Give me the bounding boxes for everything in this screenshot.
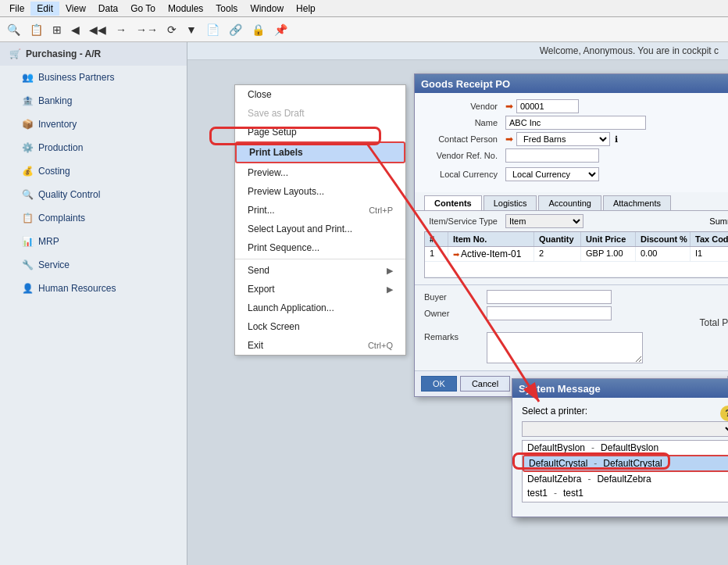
currency-select[interactable]: Local Currency (505, 167, 599, 181)
tab-logistics[interactable]: Logistics (484, 195, 537, 210)
menu-item-save-draft[interactable]: Save as Draft (235, 104, 405, 123)
table-row[interactable]: 1 ➡ Active-Item-01 2 GBP 1.00 0.00 I1 GB… (425, 247, 728, 262)
vendor-input[interactable] (516, 99, 579, 113)
separator-1 (235, 259, 405, 259)
item-service-label: Item/Service Type (424, 216, 502, 226)
contact-select[interactable]: Fred Barns (516, 132, 610, 146)
mrp-icon: 📊 (22, 236, 34, 247)
toolbar-btn-11[interactable]: 🔗 (225, 21, 246, 38)
printer-option-defaultbyslon[interactable]: DefaultByslon - DefaultByslon (523, 441, 728, 455)
launch-label: Launch Application... (248, 302, 334, 313)
tab-attachments[interactable]: Attachments (603, 195, 671, 210)
name-label: Name (424, 118, 502, 127)
remarks-row: Remarks (424, 332, 728, 363)
sidebar-item-production[interactable]: ⚙️ Production (0, 136, 187, 159)
printer-name-4: test1 (527, 488, 548, 499)
menu-help[interactable]: Help (290, 2, 322, 16)
toolbar-btn-2[interactable]: 📋 (26, 21, 47, 38)
menu-item-select-layout[interactable]: Select Layout and Print... (235, 220, 405, 238)
sidebar-purchasing-label: Purchasing - A/R (26, 48, 101, 59)
contact-label: Contact Person (424, 134, 502, 144)
costing-icon: 💰 (22, 166, 34, 177)
menu-item-export[interactable]: Export ▶ (235, 280, 405, 299)
menu-item-lock[interactable]: Lock Screen (235, 317, 405, 336)
sidebar-item-service[interactable]: 🔧 Service (0, 253, 187, 277)
help-icon[interactable]: ? (720, 406, 728, 421)
menu-modules[interactable]: Modules (162, 2, 209, 16)
sidebar-item-quality-control[interactable]: 🔍 Quality Control (0, 183, 187, 206)
hr-icon: 👤 (22, 283, 34, 294)
inventory-icon: 📦 (22, 119, 34, 130)
preview-label: Preview... (248, 167, 288, 178)
production-icon: ⚙️ (22, 142, 34, 153)
menu-item-print[interactable]: Print... Ctrl+P (235, 201, 405, 220)
contact-info-icon[interactable]: ℹ (615, 134, 618, 145)
sidebar-item-inventory[interactable]: 📦 Inventory (0, 113, 187, 136)
toolbar-btn-7[interactable]: →→ (132, 21, 162, 38)
sidebar-item-complaints[interactable]: 📋 Complaints (0, 206, 187, 230)
menu-item-close[interactable]: Close (235, 85, 405, 104)
dialog-title: System Message (519, 383, 601, 395)
printer-dropdown[interactable] (522, 421, 728, 437)
menu-view[interactable]: View (59, 2, 92, 16)
toolbar-btn-10[interactable]: 📄 (202, 21, 223, 38)
toolbar-btn-4[interactable]: ◀ (67, 21, 84, 38)
item-type-select[interactable]: Item (505, 214, 583, 228)
cell-item: ➡ Active-Item-01 (448, 247, 534, 261)
tab-contents[interactable]: Contents (424, 195, 482, 210)
menu-item-launch[interactable]: Launch Application... (235, 299, 405, 317)
menu-item-preview[interactable]: Preview... (235, 163, 405, 182)
printer-option-defaultcrystal[interactable]: DefaultCrystal - DefaultCrystal (523, 455, 728, 472)
printer-option-test1[interactable]: test1 - test1 (523, 486, 728, 500)
vendor-ref-input[interactable] (505, 148, 599, 163)
lock-label: Lock Screen (248, 321, 300, 332)
purchasing-icon: 🛒 (9, 48, 21, 59)
menu-item-exit[interactable]: Exit Ctrl+Q (235, 336, 405, 355)
sidebar-item-costing[interactable]: 💰 Costing (0, 159, 187, 183)
toolbar-btn-3[interactable]: ⊞ (48, 21, 66, 38)
owner-input[interactable] (487, 306, 612, 320)
name-input[interactable] (505, 116, 646, 130)
toolbar-btn-5[interactable]: ◀◀ (85, 21, 110, 38)
printer-option-defaultzebra[interactable]: DefaultZebra - DefaultZebra (523, 472, 728, 486)
toolbar-btn-12[interactable]: 🔒 (248, 21, 269, 38)
item-service-row: Item/Service Type Item Summary Type No S… (424, 214, 728, 228)
menu-data[interactable]: Data (92, 2, 124, 16)
menu-goto[interactable]: Go To (124, 2, 162, 16)
menu-edit[interactable]: Edit (30, 2, 59, 16)
toolbar-btn-13[interactable]: 📌 (270, 21, 291, 38)
vendor-ref-label: Vendor Ref. No. (424, 151, 502, 160)
menu-tools[interactable]: Tools (209, 2, 244, 16)
toolbar-btn-8[interactable]: ⟳ (163, 21, 180, 38)
name-row: Name Status Open (424, 116, 728, 130)
remarks-textarea[interactable] (487, 332, 643, 363)
menu-file[interactable]: File (3, 2, 30, 16)
vendor-ref-row: Vendor Ref. No. Due Date (424, 148, 728, 163)
menu-item-print-labels[interactable]: Print Labels (235, 141, 405, 163)
sidebar-item-mrp[interactable]: 📊 MRP (0, 230, 187, 253)
toolbar-btn-6[interactable]: → (112, 21, 130, 38)
cancel-button[interactable]: Cancel (460, 376, 510, 392)
send-arrow: ▶ (387, 266, 393, 276)
sidebar-item-business-partners[interactable]: 👥 Business Partners (0, 66, 187, 89)
sidebar-item-human-resources[interactable]: 👤 Human Resources (0, 277, 187, 300)
buyer-label: Buyer (424, 292, 487, 302)
printer-value-4: test1 (563, 488, 583, 499)
ok-button[interactable]: OK (421, 376, 457, 392)
sidebar-item-banking[interactable]: 🏦 Banking (0, 89, 187, 113)
grpo-form: Vendor ➡ No. Name Status Open (415, 93, 728, 192)
remarks-label: Remarks (424, 332, 487, 342)
hr-label: Human Resources (38, 283, 116, 294)
toolbar-btn-1[interactable]: 🔍 (3, 21, 24, 38)
contact-arrow-icon: ➡ (505, 134, 513, 145)
menu-item-page-setup[interactable]: Page Setup (235, 123, 405, 141)
tab-accounting[interactable]: Accounting (538, 195, 601, 210)
sidebar-group-purchasing[interactable]: 🛒 Purchasing - A/R (0, 42, 187, 66)
menu-window[interactable]: Window (244, 2, 290, 16)
grpo-footer: Buyer Owner Discount (415, 284, 728, 370)
menu-item-preview-layouts[interactable]: Preview Layouts... (235, 182, 405, 201)
menu-item-print-sequence[interactable]: Print Sequence... (235, 238, 405, 257)
buyer-input[interactable] (487, 290, 612, 304)
menu-item-send[interactable]: Send ▶ (235, 261, 405, 280)
toolbar-btn-9[interactable]: ▼ (182, 21, 201, 38)
